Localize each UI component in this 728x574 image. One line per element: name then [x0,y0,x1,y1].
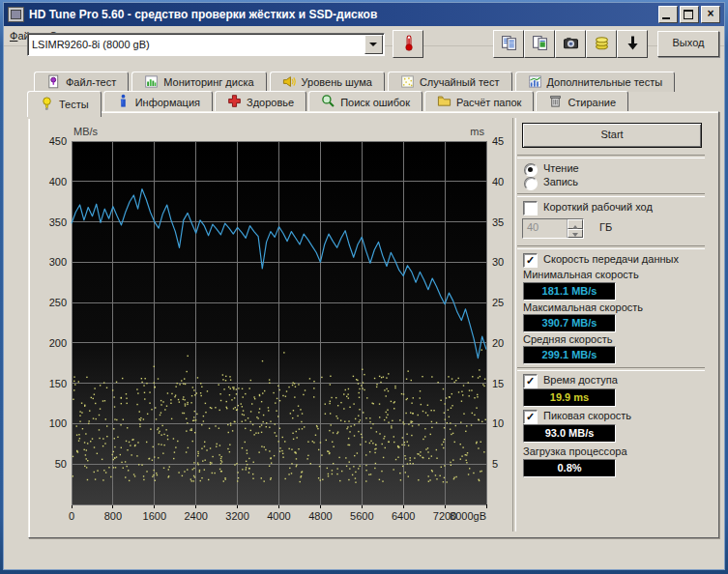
health-icon [227,94,242,110]
drive-select-value: LSIMR9260-8i (8000 gB) [28,39,364,50]
tab-error-scan[interactable]: Поиск ошибок [308,91,422,112]
export-button[interactable] [617,30,648,58]
divider [517,367,705,371]
stepper-down-icon[interactable] [568,229,583,239]
access-time-label[interactable]: Время доступа [543,374,618,386]
tab-label: Уровень шума [302,76,372,88]
svg-text:4000: 4000 [267,510,290,522]
max-speed-value: 390.7 MB/s [523,314,616,332]
svg-text:MB/s: MB/s [73,126,99,137]
temperature-button[interactable] [393,30,423,58]
svg-text:3200: 3200 [225,510,248,522]
exit-button[interactable]: Выход [657,31,719,57]
avg-speed-label: Средняя скорость [523,333,612,345]
info-icon [116,94,131,110]
stepper-up-icon[interactable] [568,219,583,229]
svg-text:20: 20 [492,337,504,349]
tab-label: Стирание [568,97,616,108]
erase-icon [548,94,563,110]
short-stroke-size-value: 40 [523,219,567,238]
read-radio-label[interactable]: Чтение [543,162,579,174]
cpu-usage-label: Загрузка процессора [523,445,627,457]
tab-random-test[interactable]: Случайный тест [388,72,512,92]
svg-text:350: 350 [49,216,67,228]
write-radio-label[interactable]: Запись [543,176,578,187]
tab-disk-monitor[interactable]: Мониторинг диска [131,72,266,92]
svg-text:6400: 6400 [392,510,415,522]
short-stroke-label[interactable]: Короткий рабочий ход [543,201,653,213]
access-time-checkbox[interactable] [523,374,538,388]
start-button[interactable]: Start [522,123,702,148]
tab-erase[interactable]: Стирание [536,91,628,112]
svg-text:200: 200 [49,337,67,349]
benchmark-chart-svg: 0800160024003200400048005600640072008000… [37,122,525,531]
tab-label: Файл-тест [66,76,116,88]
svg-text:50: 50 [55,458,67,470]
error-scan-icon [321,94,335,110]
transfer-rate-label[interactable]: Скорость передачи данных [543,253,679,265]
min-speed-label: Минимальная скорость [523,269,639,280]
svg-text:400: 400 [49,176,67,187]
tab-folder-usage[interactable]: Расчёт папок [424,91,534,112]
short-stroke-checkbox[interactable] [523,201,538,215]
screenshot-button[interactable] [555,30,586,58]
svg-text:2400: 2400 [184,510,207,522]
svg-text:35: 35 [492,216,504,228]
drive-select[interactable]: LSIMR9260-8i (8000 gB) [27,33,385,56]
benchmark-chart: 0800160024003200400048005600640072008000… [37,122,525,531]
tab-extra-tests[interactable]: Дополнительные тесты [515,72,676,92]
svg-text:45: 45 [492,135,504,147]
tab-tests[interactable]: Тесты [27,91,102,117]
tests-icon [40,97,54,113]
extra-tests-icon [528,74,542,91]
svg-text:0: 0 [69,510,74,522]
write-radio[interactable] [524,177,538,190]
close-button[interactable]: × [701,6,720,23]
disk-monitor-icon [144,74,159,91]
svg-text:450: 450 [49,135,67,147]
avg-speed-value: 299.1 MB/s [523,346,616,364]
window-title: HD Tune Pro 5.60 - средство проверки жёс… [29,8,377,21]
maximize-button[interactable] [680,6,699,23]
short-stroke-size-stepper[interactable]: 40 [522,218,584,239]
copy-image-icon [532,35,548,53]
copy-image-button[interactable] [524,30,555,58]
camera-icon [563,35,579,53]
tab-label: Здоровье [247,97,294,108]
random-test-icon [400,74,415,91]
max-speed-label: Максимальная скорость [523,301,643,313]
cpu-usage-value: 0.8% [523,459,616,477]
tab-noise-level[interactable]: Уровень шума [270,72,385,92]
minimize-button[interactable] [658,6,678,23]
burst-rate-value: 93.0 MB/s [523,424,616,443]
svg-text:800: 800 [104,510,122,522]
tab-label: Информация [135,97,200,108]
tab-information[interactable]: Информация [103,91,213,112]
chevron-down-icon[interactable] [364,35,383,54]
svg-text:300: 300 [49,256,67,268]
svg-text:8000gB: 8000gB [450,510,486,522]
tab-label: Случайный тест [420,76,500,88]
short-stroke-unit-label: ГБ [599,221,612,233]
svg-text:4800: 4800 [308,510,332,522]
divider [517,193,705,197]
svg-text:40: 40 [492,176,504,187]
tab-label: Дополнительные тесты [547,76,663,88]
tab-file-test[interactable]: Файл-тест [34,72,129,92]
tab-label: Расчёт папок [456,97,521,108]
burst-rate-checkbox[interactable] [523,410,538,424]
svg-text:100: 100 [49,417,67,429]
noise-level-icon [282,74,297,91]
svg-text:ms: ms [470,126,484,137]
svg-text:5600: 5600 [350,510,373,522]
copy-text-button[interactable] [493,30,524,58]
read-radio[interactable] [524,163,538,177]
svg-text:5: 5 [492,458,498,470]
transfer-rate-checkbox[interactable] [523,253,538,268]
tab-health[interactable]: Здоровье [215,91,306,112]
copy-text-icon [501,35,517,53]
save-results-button[interactable] [586,30,617,58]
burst-rate-label[interactable]: Пиковая скорость [543,410,631,421]
tab-label: Поиск ошибок [340,97,410,108]
svg-text:1600: 1600 [143,510,166,522]
